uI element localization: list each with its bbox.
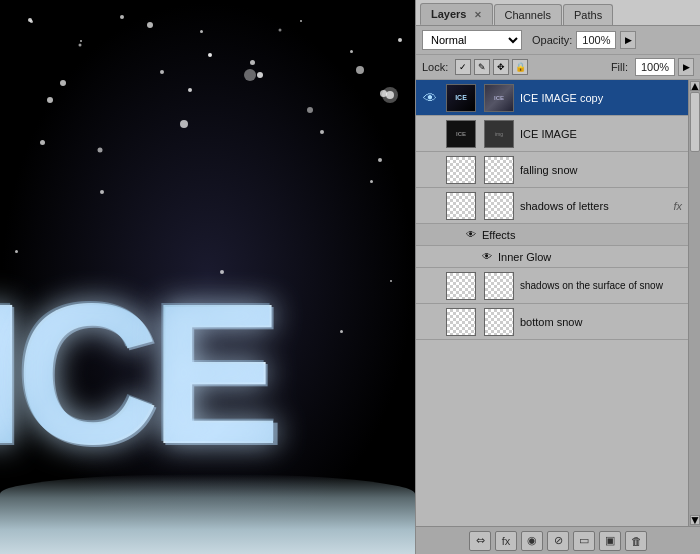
- layer-name-bottom-snow: bottom snow: [518, 316, 686, 328]
- layers-panel: Layers ✕ Channels Paths Normal Multiply …: [415, 0, 700, 554]
- visibility-eye-bottom[interactable]: [418, 304, 442, 340]
- snowflake: [100, 190, 104, 194]
- snowflake: [250, 60, 255, 65]
- opacity-value: 100%: [576, 31, 616, 49]
- layer-item-ice-image[interactable]: ICE img ICE IMAGE: [416, 116, 700, 152]
- effects-eye-icon: 👁: [466, 229, 476, 240]
- visibility-eye-snow[interactable]: [418, 152, 442, 188]
- layer-thumb-surface: [446, 272, 476, 300]
- link-layers-btn[interactable]: ⇔: [469, 531, 491, 551]
- delete-layer-btn[interactable]: 🗑: [625, 531, 647, 551]
- inner-glow-item: 👁 Inner Glow: [416, 246, 700, 268]
- snowflake: [350, 50, 353, 53]
- layer-thumb2-snow: [484, 156, 514, 184]
- scroll-bar[interactable]: ▲ ▼: [688, 80, 700, 526]
- layer-fx-badge: fx: [673, 200, 682, 212]
- layer-thumb2-surface: [484, 272, 514, 300]
- layer-name-shadows-letters: shadows of letters: [518, 200, 673, 212]
- lock-label: Lock:: [422, 61, 448, 73]
- blend-opacity-row: Normal Multiply Screen Opacity: 100% ▶: [416, 26, 700, 55]
- snowflake: [300, 20, 302, 22]
- snowflake: [380, 90, 387, 97]
- layer-thumb-ice-copy: ICE: [446, 84, 476, 112]
- fill-arrow[interactable]: ▶: [678, 58, 694, 76]
- snow-ground: [0, 474, 415, 554]
- opacity-label: Opacity:: [532, 34, 572, 46]
- snowflake: [340, 330, 343, 333]
- layers-list[interactable]: 👁 ICE ICE ICE IMAGE copy ICE img: [416, 80, 700, 526]
- fx-btn[interactable]: fx: [495, 531, 517, 551]
- lock-pos-icon[interactable]: ✥: [493, 59, 509, 75]
- tab-paths[interactable]: Paths: [563, 4, 613, 25]
- lock-check-icon[interactable]: ✓: [455, 59, 471, 75]
- snowflake: [160, 70, 164, 74]
- canvas-area: ICE: [0, 0, 415, 554]
- snowflake: [30, 20, 33, 23]
- ice-text: ICE: [0, 274, 273, 474]
- snowflake: [60, 80, 66, 86]
- mask-btn[interactable]: ◉: [521, 531, 543, 551]
- tab-channels[interactable]: Channels: [494, 4, 562, 25]
- snowflake: [15, 250, 18, 253]
- scroll-down-btn[interactable]: ▼: [690, 515, 700, 525]
- layer-thumb-bottom: [446, 308, 476, 336]
- layer-name-falling-snow: falling snow: [518, 164, 686, 176]
- layer-item-bottom-snow[interactable]: bottom snow: [416, 304, 700, 340]
- inner-glow-label: Inner Glow: [498, 251, 551, 263]
- scroll-up-btn[interactable]: ▲: [690, 81, 700, 91]
- layer-thumb2-bottom: [484, 308, 514, 336]
- group-btn[interactable]: ▭: [573, 531, 595, 551]
- lock-row: Lock: ✓ ✎ ✥ 🔒 Fill: 100% ▶: [416, 55, 700, 80]
- layer-item-ice-image-copy[interactable]: 👁 ICE ICE ICE IMAGE copy: [416, 80, 700, 116]
- lock-pixel-icon[interactable]: ✎: [474, 59, 490, 75]
- lock-all-icon[interactable]: 🔒: [512, 59, 528, 75]
- layer-item-shadows-letters[interactable]: shadows of letters fx: [416, 188, 700, 224]
- snowflake: [40, 140, 45, 145]
- panel-tabs: Layers ✕ Channels Paths: [416, 0, 700, 26]
- layer-thumb-snow: [446, 156, 476, 184]
- layers-toolbar: ⇔ fx ◉ ⊘ ▭ ▣ 🗑: [416, 526, 700, 554]
- blend-mode-select[interactable]: Normal Multiply Screen: [422, 30, 522, 50]
- snowflake: [370, 180, 373, 183]
- layer-item-falling-snow[interactable]: falling snow: [416, 152, 700, 188]
- visibility-eye-ice[interactable]: [418, 116, 442, 152]
- opacity-arrow[interactable]: ▶: [620, 31, 636, 49]
- snowflake: [390, 280, 392, 282]
- adj-btn[interactable]: ⊘: [547, 531, 569, 551]
- visibility-eye-shadows[interactable]: [418, 188, 442, 224]
- layer-name-ice: ICE IMAGE: [518, 128, 686, 140]
- new-layer-btn[interactable]: ▣: [599, 531, 621, 551]
- effects-header: 👁 Effects: [416, 224, 700, 246]
- snowflake: [80, 40, 82, 42]
- layer-thumb-ice: ICE: [446, 120, 476, 148]
- layer-thumb2-ice-copy: ICE: [484, 84, 514, 112]
- effects-label: Effects: [482, 229, 515, 241]
- layer-name-ice-copy: ICE IMAGE copy: [518, 92, 686, 104]
- scroll-thumb[interactable]: [690, 92, 700, 152]
- layer-thumb2-ice: img: [484, 120, 514, 148]
- snowflake: [120, 15, 124, 19]
- snowflake: [180, 120, 188, 128]
- layer-thumb2-shadows: [484, 192, 514, 220]
- layer-name-shadows-surface: shadows on the surface of snow: [518, 280, 686, 291]
- visibility-eye-ice-copy[interactable]: 👁: [418, 80, 442, 116]
- inner-glow-eye-icon: 👁: [482, 251, 492, 262]
- visibility-eye-surface[interactable]: [418, 268, 442, 304]
- layer-thumb-shadows: [446, 192, 476, 220]
- fill-value: 100%: [635, 58, 675, 76]
- snowflake: [200, 30, 203, 33]
- fill-label: Fill:: [611, 61, 628, 73]
- layer-item-shadows-surface[interactable]: shadows on the surface of snow: [416, 268, 700, 304]
- tab-layers[interactable]: Layers ✕: [420, 3, 493, 25]
- snowflake: [320, 130, 324, 134]
